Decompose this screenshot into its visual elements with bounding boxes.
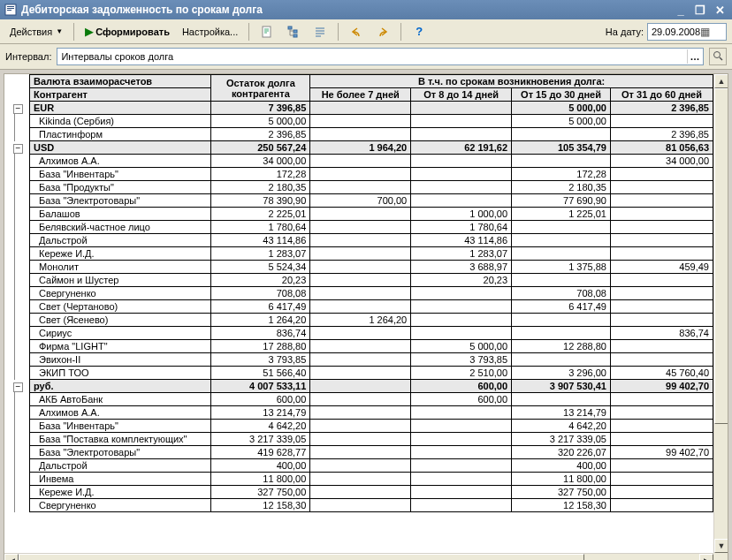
- row-p3: 327 750,00: [512, 486, 611, 499]
- close-button[interactable]: ✕: [711, 2, 728, 18]
- row-p3: 320 226,07: [512, 446, 611, 459]
- tb-icon-1[interactable]: [255, 22, 278, 42]
- help-button[interactable]: ?: [408, 22, 431, 42]
- scroll-thumb-h[interactable]: [19, 554, 584, 560]
- table-row[interactable]: Свергуненко708,08708,08: [4, 287, 713, 300]
- row-p3: 13 214,79: [512, 406, 611, 420]
- row-p2: [411, 420, 512, 433]
- tree-collapse-button[interactable]: −: [13, 382, 23, 392]
- row-p1: [310, 393, 411, 406]
- settings-button[interactable]: Настройка...: [178, 22, 242, 42]
- form-button[interactable]: ▶ Сформировать: [80, 22, 174, 42]
- row-balance: 78 390,90: [211, 194, 310, 208]
- table-row[interactable]: Свет (Чертаново)6 417,496 417,49: [4, 300, 713, 314]
- tb-icon-3[interactable]: [309, 22, 332, 42]
- scroll-thumb[interactable]: [714, 88, 728, 424]
- row-p2: 1 000,00: [411, 208, 512, 221]
- tree-collapse-button[interactable]: −: [13, 144, 23, 154]
- vertical-scrollbar[interactable]: ▲ ▼: [713, 74, 728, 553]
- row-p4: [610, 499, 713, 512]
- group-name[interactable]: руб.: [29, 380, 210, 393]
- tree-collapse-button[interactable]: −: [13, 104, 23, 114]
- table-row[interactable]: Инвема11 800,0011 800,00: [4, 473, 713, 486]
- table-row[interactable]: Саймон и Шустер20,2320,23: [4, 274, 713, 287]
- table-row[interactable]: База "Электротовары"419 628,77320 226,07…: [4, 446, 713, 459]
- table-row[interactable]: Эвихон-II3 793,853 793,85: [4, 353, 713, 367]
- row-name: База "Поставка комплектующих": [29, 433, 210, 446]
- group-p2: [411, 102, 512, 115]
- group-balance: 7 396,85: [211, 102, 310, 115]
- row-name: ЭКИП ТОО: [29, 367, 210, 380]
- row-p4: [610, 221, 713, 234]
- search-icon: [713, 50, 723, 63]
- row-p3: 1 375,88: [512, 261, 611, 274]
- restore-button[interactable]: ❐: [691, 2, 709, 18]
- tree-icon: [286, 25, 301, 39]
- table-row[interactable]: База "Инвентарь"4 642,204 642,20: [4, 420, 713, 433]
- search-button[interactable]: [709, 48, 727, 65]
- row-p4: [610, 473, 713, 486]
- row-balance: 13 214,79: [211, 406, 310, 420]
- group-p3: 105 354,79: [512, 141, 611, 155]
- scroll-right-arrow[interactable]: ▶: [699, 554, 713, 560]
- table-row[interactable]: База "Инвентарь"172,28172,28: [4, 168, 713, 181]
- table-row[interactable]: Дальстрой400,00400,00: [4, 459, 713, 473]
- row-p3: [512, 327, 611, 340]
- row-balance: 12 158,30: [211, 499, 310, 512]
- table-row[interactable]: Балашов2 225,011 000,001 225,01: [4, 208, 713, 221]
- scroll-up-arrow[interactable]: ▲: [714, 74, 728, 88]
- separator: [400, 23, 401, 41]
- ellipsis-button[interactable]: …: [687, 49, 701, 64]
- table-row[interactable]: Алхимов А.А.13 214,7913 214,79: [4, 406, 713, 420]
- actions-menu[interactable]: Действия ▼: [5, 22, 67, 42]
- row-name: Свет (Чертаново): [29, 300, 210, 314]
- row-p4: [610, 300, 713, 314]
- row-p4: [610, 287, 713, 300]
- tb-icon-4[interactable]: [345, 22, 368, 42]
- row-p4: 34 000,00: [610, 155, 713, 168]
- table-row[interactable]: Фирма "LIGHT"17 288,805 000,0012 288,80: [4, 340, 713, 353]
- date-input[interactable]: 29.09.2008 ▦: [647, 23, 727, 41]
- group-name[interactable]: USD: [29, 141, 210, 155]
- row-p4: [610, 247, 713, 261]
- row-p4: [610, 420, 713, 433]
- svg-rect-1: [7, 6, 14, 7]
- calendar-icon[interactable]: ▦: [700, 26, 724, 38]
- table-row[interactable]: Кереже И.Д.327 750,00327 750,00: [4, 486, 713, 499]
- table-row[interactable]: Сириус836,74836,74: [4, 327, 713, 340]
- table-row[interactable]: База "Поставка комплектующих"3 217 339,0…: [4, 433, 713, 446]
- table-row[interactable]: Кереже И.Д.1 283,071 283,07: [4, 247, 713, 261]
- table-row[interactable]: Монолит5 524,343 688,971 375,88459,49: [4, 261, 713, 274]
- scroll-left-arrow[interactable]: ◀: [4, 554, 19, 560]
- table-row[interactable]: Kikinda (Сербия)5 000,005 000,00: [4, 115, 713, 128]
- interval-input[interactable]: Интервалы сроков долга …: [57, 48, 704, 65]
- svg-rect-2: [7, 8, 14, 9]
- row-balance: 1 780,64: [211, 221, 310, 234]
- tb-icon-5[interactable]: [371, 22, 394, 42]
- list-icon: [313, 25, 327, 39]
- row-p2: [411, 194, 512, 208]
- row-p3: [512, 393, 611, 406]
- horizontal-scrollbar[interactable]: ◀ ▶: [4, 553, 713, 560]
- table-row[interactable]: ЭКИП ТОО51 566,402 510,003 296,0045 760,…: [4, 367, 713, 380]
- table-row[interactable]: Белявский-частное лицо1 780,641 780,64: [4, 221, 713, 234]
- row-p4: [610, 406, 713, 420]
- table-row[interactable]: База "Электротовары"78 390,90700,0077 69…: [4, 194, 713, 208]
- row-name: База "Инвентарь": [29, 420, 210, 433]
- table-row[interactable]: Пластинформ2 396,852 396,85: [4, 128, 713, 141]
- table-row[interactable]: База "Продукты"2 180,352 180,35: [4, 181, 713, 194]
- row-p2: [411, 433, 512, 446]
- table-row[interactable]: Свергуненко12 158,3012 158,30: [4, 499, 713, 512]
- tb-icon-2[interactable]: [282, 22, 305, 42]
- table-row[interactable]: Алхимов А.А.34 000,0034 000,00: [4, 155, 713, 168]
- row-balance: 836,74: [211, 327, 310, 340]
- minimize-button[interactable]: _: [672, 2, 690, 18]
- scroll-down-arrow[interactable]: ▼: [714, 539, 728, 553]
- row-name: АКБ АвтоБанк: [29, 393, 210, 406]
- group-balance: 4 007 533,11: [211, 380, 310, 393]
- row-balance: 172,28: [211, 168, 310, 181]
- table-row[interactable]: АКБ АвтоБанк600,00600,00: [4, 393, 713, 406]
- table-row[interactable]: Свет (Ясенево)1 264,201 264,20: [4, 314, 713, 327]
- table-row[interactable]: Дальстрой43 114,8643 114,86: [4, 234, 713, 247]
- group-name[interactable]: EUR: [29, 102, 210, 115]
